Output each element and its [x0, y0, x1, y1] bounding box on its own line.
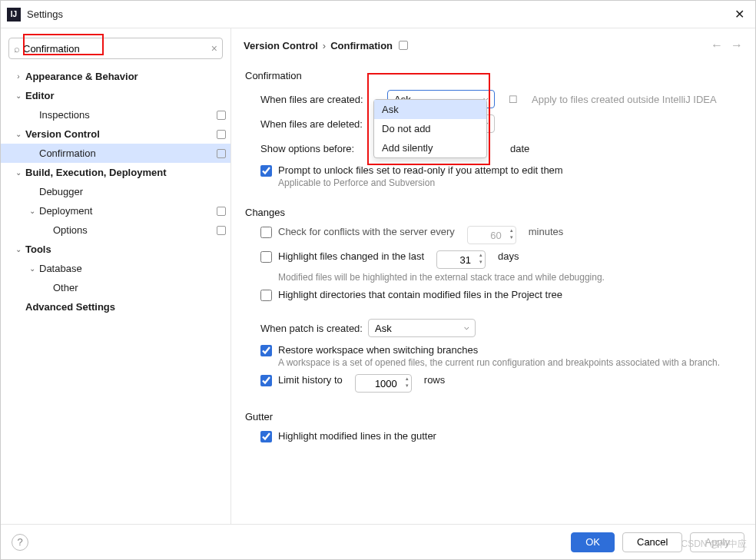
- cancel-button[interactable]: Cancel: [622, 532, 682, 552]
- row-show-options: Show options before: date: [260, 138, 741, 158]
- app-icon: IJ: [7, 8, 21, 22]
- chevron-down-icon: ⌄: [12, 168, 25, 177]
- chevron-down-icon: ⌄: [12, 91, 25, 100]
- label-highlight-gutter: Highlight modified lines in the gutter: [278, 430, 436, 442]
- tree-item-options[interactable]: Options: [1, 220, 230, 240]
- label-limit-history: Limit history to: [278, 374, 343, 386]
- checkbox-restore-workspace[interactable]: [260, 345, 272, 356]
- section-gutter: Gutter: [245, 411, 741, 422]
- label-show-options: Show options before:: [260, 143, 387, 154]
- scope-badge-icon: [217, 130, 226, 139]
- tree-item-other[interactable]: Other: [1, 278, 230, 297]
- tree-item-inspections[interactable]: Inspections: [1, 105, 230, 124]
- hint-prompt-unlock: Applicable to Perforce and Subversion: [278, 177, 741, 188]
- tree-item-editor[interactable]: ⌄Editor: [1, 86, 230, 105]
- settings-tree: ›Appearance & Behavior ⌄Editor Inspectio…: [1, 64, 230, 320]
- label-apply-outside: Apply to files created outside IntelliJ …: [532, 94, 717, 105]
- checkbox-conflicts[interactable]: [260, 227, 272, 238]
- hint-restore-workspace: A workspace is a set of opened files, th…: [278, 357, 741, 368]
- section-confirmation: Confirmation: [245, 70, 741, 81]
- check-conflicts[interactable]: Check for conflicts with the server ever…: [260, 226, 741, 244]
- input-conflict-minutes[interactable]: [467, 226, 516, 244]
- label-prompt-unlock: Prompt to unlock files set to read-only …: [278, 164, 741, 176]
- search-icon: ⌕: [14, 43, 20, 55]
- tree-item-deployment[interactable]: ⌄Deployment: [1, 201, 230, 220]
- content-pane: Version Control › Confirmation ← → Confi…: [231, 28, 755, 524]
- tree-item-database[interactable]: ⌄Database: [1, 259, 230, 278]
- tree-item-version-control[interactable]: ⌄Version Control: [1, 124, 230, 144]
- clear-search-icon[interactable]: ×: [211, 42, 217, 55]
- footer: ? OK Cancel Apply: [1, 524, 755, 559]
- tree-item-tools[interactable]: ⌄Tools: [1, 240, 230, 259]
- check-highlight-dirs[interactable]: Highlight directories that contain modif…: [260, 289, 741, 301]
- breadcrumb-root[interactable]: Version Control: [244, 40, 318, 51]
- label-patch-created: When patch is created:: [260, 323, 368, 334]
- check-restore-workspace[interactable]: Restore workspace when switching branche…: [260, 344, 741, 368]
- dropdown-option-ask[interactable]: Ask: [374, 100, 486, 119]
- help-button[interactable]: ?: [12, 534, 28, 551]
- scope-badge-icon: [217, 207, 226, 216]
- scope-badge-icon: [217, 111, 226, 120]
- back-icon[interactable]: ←: [711, 38, 723, 52]
- hint-highlight-files: Modified files will be highlighted in th…: [278, 272, 741, 283]
- sidebar: ⌕ × ›Appearance & Behavior ⌄Editor Inspe…: [1, 28, 231, 524]
- scope-badge-icon: [217, 149, 226, 158]
- tree-item-confirmation[interactable]: Confirmation: [1, 144, 230, 163]
- tree-item-appearance[interactable]: ›Appearance & Behavior: [1, 67, 230, 86]
- tree-item-build[interactable]: ⌄Build, Execution, Deployment: [1, 163, 230, 182]
- input-history-rows[interactable]: [355, 374, 412, 393]
- breadcrumb-sep: ›: [323, 40, 326, 51]
- chevron-down-icon: ⌄: [12, 130, 25, 138]
- section-changes: Changes: [245, 207, 741, 218]
- row-files-deleted: When files are deleted:: [260, 114, 741, 134]
- dropdown-option-do-not-add[interactable]: Do not add: [374, 119, 486, 138]
- search-input[interactable]: [23, 43, 211, 55]
- chevron-down-icon: ⌄: [25, 264, 39, 273]
- label-highlight-dirs: Highlight directories that contain modif…: [278, 289, 562, 300]
- check-limit-history[interactable]: Limit history to rows: [260, 374, 741, 393]
- search-field-wrap[interactable]: ⌕ ×: [8, 38, 223, 59]
- content-header: Version Control › Confirmation ← →: [231, 28, 755, 62]
- check-highlight-gutter[interactable]: Highlight modified lines in the gutter: [260, 430, 741, 442]
- titlebar: IJ Settings ✕: [1, 1, 755, 28]
- dropdown-option-add-silently[interactable]: Add silently: [374, 138, 486, 157]
- scope-badge-icon: [217, 226, 226, 235]
- ok-button[interactable]: OK: [571, 532, 615, 552]
- trailing-text: date: [510, 143, 529, 154]
- forward-icon[interactable]: →: [731, 38, 743, 52]
- apply-button[interactable]: Apply: [690, 532, 744, 552]
- checkbox-prompt-unlock[interactable]: [260, 165, 272, 177]
- checkbox-apply-outside[interactable]: ☐: [509, 94, 518, 105]
- label-files-deleted: When files are deleted:: [260, 118, 387, 130]
- checkbox-highlight-gutter[interactable]: [260, 431, 272, 442]
- checkbox-highlight-files[interactable]: [260, 251, 272, 263]
- combo-patch-created[interactable]: [368, 319, 476, 337]
- label-files-created: When files are created:: [260, 94, 387, 105]
- checkbox-highlight-dirs[interactable]: [260, 290, 272, 301]
- unit-rows: rows: [424, 374, 445, 386]
- tree-item-debugger[interactable]: Debugger: [1, 182, 230, 201]
- label-check-conflicts: Check for conflicts with the server ever…: [278, 226, 455, 237]
- tree-item-advanced[interactable]: Advanced Settings: [1, 297, 230, 316]
- input-highlight-days[interactable]: [436, 250, 486, 269]
- chevron-right-icon: ›: [12, 72, 25, 81]
- checkbox-limit-history[interactable]: [260, 375, 272, 386]
- breadcrumb-leaf: Confirmation: [330, 40, 393, 51]
- row-patch-created: When patch is created:: [260, 318, 741, 338]
- label-restore-workspace: Restore workspace when switching branche…: [278, 344, 741, 356]
- check-highlight-files[interactable]: Highlight files changed in the last days: [260, 250, 741, 269]
- row-files-created: When files are created: ☐ Apply to files…: [260, 89, 741, 109]
- unit-days: days: [498, 250, 519, 262]
- check-prompt-unlock[interactable]: Prompt to unlock files set to read-only …: [260, 164, 741, 188]
- chevron-down-icon: ⌄: [25, 207, 39, 215]
- label-highlight-files: Highlight files changed in the last: [278, 250, 424, 262]
- unit-minutes: minutes: [529, 226, 564, 237]
- chevron-down-icon: ⌄: [12, 245, 25, 253]
- scope-badge-icon: [399, 41, 408, 50]
- window-title: Settings: [27, 8, 63, 20]
- dropdown-files-created-open[interactable]: Ask Do not add Add silently: [373, 99, 487, 158]
- close-icon[interactable]: ✕: [730, 4, 749, 25]
